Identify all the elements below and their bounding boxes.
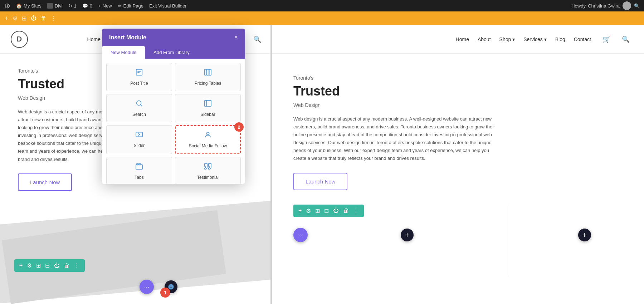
preview-bg xyxy=(0,197,272,304)
testimonial-icon xyxy=(204,162,212,172)
right-cart-icon[interactable]: 🛒 xyxy=(602,35,610,43)
right-hero-subtitle: Web Design xyxy=(293,102,615,108)
right-teal-add[interactable]: + xyxy=(298,207,302,214)
module-sidebar[interactable]: Sidebar xyxy=(175,94,241,122)
purple-dots-button[interactable]: ··· xyxy=(140,280,154,294)
avatar xyxy=(623,1,631,10)
right-teal-more[interactable]: ⋮ xyxy=(353,207,359,214)
teal-power-icon[interactable]: ⏻ xyxy=(54,263,60,269)
module-slider[interactable]: Slider xyxy=(106,125,172,154)
testimonial-label: Testimonial xyxy=(197,175,219,180)
page-layout: D Home About Shop ▾ Services ▾ Blog Cont… xyxy=(0,25,644,304)
teal-grid-icon[interactable]: ⊟ xyxy=(45,262,50,269)
new-menu[interactable]: + New xyxy=(98,3,112,9)
teal-delete-icon[interactable]: 🗑 xyxy=(64,263,70,269)
nav-home[interactable]: Home xyxy=(87,36,101,42)
panel-close-button[interactable]: × xyxy=(234,34,238,41)
divi-icon xyxy=(47,3,53,9)
module-post-title[interactable]: Post Title xyxy=(106,63,172,91)
panel-tabs: New Module Add From Library xyxy=(102,46,245,59)
module-testimonial[interactable]: Testimonial xyxy=(175,157,241,184)
tab-add-from-library[interactable]: Add From Library xyxy=(145,46,198,59)
pricing-tables-icon xyxy=(204,68,212,78)
right-purple-dots[interactable]: ··· xyxy=(293,228,308,242)
right-nav-shop[interactable]: Shop ▾ xyxy=(499,36,515,42)
right-nav-about[interactable]: About xyxy=(478,36,491,42)
svg-point-11 xyxy=(206,132,209,135)
launch-now-button[interactable]: Launch Now xyxy=(18,173,72,191)
module-social-media-follow[interactable]: Social Media Follow 2 xyxy=(175,125,241,154)
svg-rect-5 xyxy=(209,69,211,75)
edit-page-link[interactable]: ✏ Edit Page xyxy=(118,3,143,9)
badge-1: 1 xyxy=(160,288,170,298)
builder-toolbar: + ⚙ ⊞ ⏻ 🗑 ⋮ xyxy=(0,11,644,25)
module-tabs[interactable]: Tabs xyxy=(106,157,172,184)
tab-new-module[interactable]: New Module xyxy=(102,46,145,59)
search-icon[interactable]: 🔍 xyxy=(634,3,640,9)
right-nav-services[interactable]: Services ▾ xyxy=(523,36,547,42)
post-title-icon xyxy=(135,68,143,78)
right-search-icon[interactable]: 🔍 xyxy=(622,35,630,43)
social-media-follow-icon xyxy=(204,131,212,141)
delete-toolbar-icon[interactable]: 🗑 xyxy=(41,15,47,21)
svg-rect-12 xyxy=(136,165,142,169)
add-row-buttons: ··· xyxy=(272,224,644,246)
teal-layout-icon[interactable]: ⊞ xyxy=(36,262,41,269)
more-toolbar-icon[interactable]: ⋮ xyxy=(51,15,57,22)
wp-icon: ⊕ xyxy=(4,1,10,10)
admin-bar-right: Howdy, Christina Gwira 🔍 xyxy=(571,1,640,10)
nav-search-icon[interactable]: 🔍 xyxy=(253,35,261,43)
sync-icon-item[interactable]: ↻ 1 xyxy=(68,3,77,9)
teal-settings-icon[interactable]: ⚙ xyxy=(27,262,32,269)
power-toolbar-icon[interactable]: ⏻ xyxy=(31,15,36,21)
right-hero-body: Web design is a crucial aspect of any mo… xyxy=(293,115,501,163)
right-nav-blog[interactable]: Blog xyxy=(555,36,565,42)
house-icon: 🏠 xyxy=(16,3,22,9)
post-title-label: Post Title xyxy=(130,81,148,86)
right-site-nav: Home About Shop ▾ Services ▾ Blog Contac… xyxy=(272,25,644,54)
add-column-1-button[interactable] xyxy=(401,229,414,241)
my-sites-menu[interactable]: 🏠 My Sites xyxy=(16,3,42,9)
site-logo: D xyxy=(11,31,28,48)
pencil-icon: ✏ xyxy=(118,3,122,9)
right-teal-grid[interactable]: ⊟ xyxy=(324,207,329,214)
right-teal-delete[interactable]: 🗑 xyxy=(343,207,349,214)
module-search[interactable]: Search xyxy=(106,94,172,122)
teal-add-icon[interactable]: + xyxy=(19,263,23,269)
right-launch-button[interactable]: Launch Now xyxy=(293,173,347,190)
right-nav-contact[interactable]: Contact xyxy=(574,36,591,42)
social-media-follow-label: Social Media Follow xyxy=(189,143,227,148)
plus-icon: + xyxy=(98,3,101,9)
right-teal-toolbar: + ⚙ ⊞ ⊟ ⏻ 🗑 ⋮ xyxy=(293,205,364,217)
search-module-icon xyxy=(135,99,143,109)
layout-toolbar-icon[interactable]: ⊞ xyxy=(22,15,26,22)
svg-line-7 xyxy=(141,105,142,106)
settings-toolbar-icon[interactable]: ⚙ xyxy=(13,15,18,22)
tabs-module-icon xyxy=(135,162,143,172)
right-hero-pretitle: Toronto's xyxy=(293,75,615,81)
exit-builder-link[interactable]: Exit Visual Builder xyxy=(149,3,187,9)
badge-2: 2 xyxy=(234,122,244,132)
user-greeting: Howdy, Christina Gwira xyxy=(571,3,620,9)
comments-menu[interactable]: 💬 0 xyxy=(82,3,92,9)
comment-icon: 💬 xyxy=(82,3,88,9)
panel-title: Insert Module xyxy=(109,34,146,41)
add-column-2-button[interactable] xyxy=(578,229,591,241)
right-teal-settings[interactable]: ⚙ xyxy=(306,207,311,214)
right-teal-power[interactable]: ⏻ xyxy=(333,207,339,214)
teal-more-icon[interactable]: ⋮ xyxy=(74,262,80,269)
slider-label: Slider xyxy=(134,143,145,148)
right-hero-title: Trusted xyxy=(293,84,615,99)
right-teal-layout[interactable]: ⊞ xyxy=(315,207,320,214)
module-pricing-tables[interactable]: Pricing Tables xyxy=(175,63,241,91)
sidebar-label: Sidebar xyxy=(200,112,215,117)
wp-logo[interactable]: ⊕ xyxy=(4,1,10,10)
divi-menu[interactable]: Divi xyxy=(47,3,63,9)
add-module-toolbar-icon[interactable]: + xyxy=(5,15,8,21)
svg-rect-10 xyxy=(136,132,142,137)
right-nav-home[interactable]: Home xyxy=(456,36,469,42)
column-divider xyxy=(508,204,508,275)
panel-header: Insert Module × xyxy=(102,29,245,46)
slider-module-icon xyxy=(135,131,143,140)
svg-rect-8 xyxy=(205,100,211,107)
